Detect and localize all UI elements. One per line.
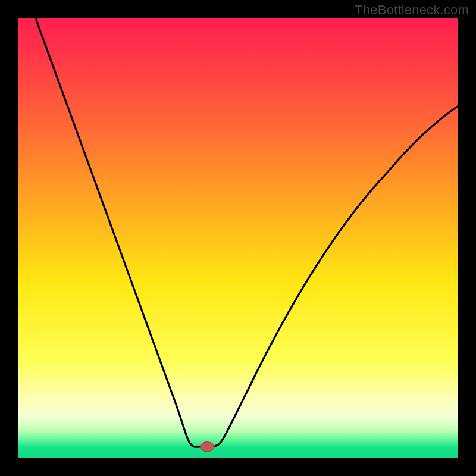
watermark-text: TheBottleneck.com — [355, 2, 469, 18]
gradient-background — [18, 18, 458, 458]
chart-frame: TheBottleneck.com — [0, 0, 476, 476]
chart-svg — [18, 18, 458, 458]
optimum-marker — [200, 442, 214, 452]
plot-area — [18, 18, 458, 458]
